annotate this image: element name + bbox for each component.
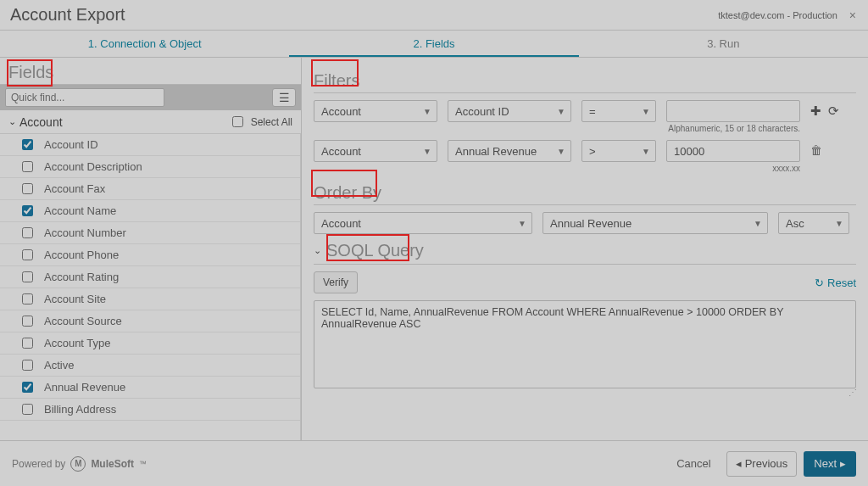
wizard-step-connection[interactable]: 1. Connection & Object: [0, 31, 289, 57]
field-checkbox[interactable]: [22, 271, 33, 282]
powered-by: Powered by M MuleSoft™: [12, 456, 147, 472]
wizard-step-fields[interactable]: 2. Fields: [289, 31, 578, 57]
field-row[interactable]: Account Fax: [0, 178, 300, 200]
footer: Powered by M MuleSoft™ Cancel ◂Previous …: [0, 440, 868, 486]
field-row[interactable]: Active: [0, 355, 300, 377]
field-row[interactable]: Account Phone: [0, 244, 300, 266]
field-label: Account Fax: [44, 182, 105, 195]
caret-down-icon: ▼: [642, 107, 650, 116]
fields-menu-icon[interactable]: ☰: [272, 88, 296, 107]
connection-context: tktest@dev.com - Production: [718, 10, 837, 20]
filter-row: Account▼Annual Revenue▼>▼xxxx.xx🗑: [314, 140, 856, 173]
filter-field-select[interactable]: Account ID▼: [448, 100, 571, 122]
field-label: Billing Address: [44, 403, 116, 416]
select-all-checkbox[interactable]: [232, 116, 243, 127]
caret-left-icon: ◂: [736, 457, 742, 470]
orderby-field-select[interactable]: Annual Revenue▼: [542, 212, 768, 234]
filter-value-hint: xxxx.xx: [666, 164, 800, 173]
field-row[interactable]: Account Source: [0, 310, 300, 332]
window-header: Account Export tktest@dev.com - Producti…: [0, 0, 868, 31]
field-row[interactable]: Account Number: [0, 222, 300, 244]
soql-section-title: SOQL Query: [326, 241, 424, 260]
filter-value-input[interactable]: [666, 140, 800, 162]
refresh-filter-icon[interactable]: ⟳: [828, 103, 839, 119]
caret-down-icon: ▼: [423, 107, 431, 116]
filter-operator-select[interactable]: >▼: [581, 140, 656, 162]
field-checkbox[interactable]: [22, 360, 33, 371]
field-checkbox[interactable]: [22, 139, 33, 150]
field-row[interactable]: Account Name: [0, 200, 300, 222]
field-label: Account Site: [44, 293, 106, 305]
field-group-header[interactable]: ⌄ Account Select All: [0, 110, 301, 134]
refresh-icon: ↻: [815, 277, 824, 289]
filter-operator-select[interactable]: =▼: [581, 100, 656, 122]
page-title: Account Export: [10, 5, 125, 25]
filter-field-select[interactable]: Annual Revenue▼: [448, 140, 571, 162]
cancel-button[interactable]: Cancel: [668, 452, 719, 475]
field-row[interactable]: Annual Revenue: [0, 377, 300, 399]
caret-down-icon: ▼: [557, 147, 565, 156]
field-checkbox[interactable]: [22, 338, 33, 349]
textarea-resize-grip[interactable]: ⋰: [314, 388, 856, 397]
field-label: Active: [44, 359, 74, 371]
filters-section-title: Filters: [314, 66, 856, 93]
caret-down-icon: ▼: [754, 219, 762, 228]
field-row[interactable]: Account ID: [0, 134, 300, 156]
filter-value-input[interactable]: [666, 100, 800, 122]
caret-right-icon: ▸: [840, 457, 846, 470]
orderby-row: Account▼ Annual Revenue▼ Asc▼: [314, 212, 856, 234]
field-row[interactable]: Account Type: [0, 332, 300, 355]
caret-down-icon: ▼: [423, 147, 431, 156]
wizard-step-run[interactable]: 3. Run: [579, 31, 868, 57]
field-checkbox[interactable]: [22, 205, 33, 216]
filter-row: Account▼Account ID▼=▼Alphanumeric, 15 or…: [314, 100, 856, 133]
field-label: Account ID: [44, 138, 98, 151]
field-label: Account Rating: [44, 271, 119, 283]
field-label: Account Description: [44, 160, 142, 173]
soql-query-textarea[interactable]: [314, 300, 856, 388]
quick-find-input[interactable]: [5, 88, 164, 107]
delete-filter-icon[interactable]: 🗑: [810, 140, 822, 157]
caret-down-icon: ▼: [835, 219, 843, 228]
field-checkbox[interactable]: [22, 249, 33, 260]
field-checkbox[interactable]: [22, 183, 33, 194]
field-row[interactable]: Billing Address: [0, 399, 300, 421]
filter-object-select[interactable]: Account▼: [314, 100, 437, 122]
chevron-down-icon: ⌄: [8, 116, 16, 127]
field-checkbox[interactable]: [22, 227, 33, 238]
select-all-label[interactable]: Select All: [229, 114, 292, 130]
orderby-section-title: Order By: [314, 178, 856, 205]
reset-link[interactable]: ↻ Reset: [815, 277, 856, 289]
verify-button[interactable]: Verify: [314, 271, 358, 293]
orderby-direction-select[interactable]: Asc▼: [778, 212, 849, 234]
add-filter-icon[interactable]: ✚: [810, 103, 821, 119]
brand-name: MuleSoft: [91, 458, 134, 470]
caret-down-icon: ▼: [518, 219, 526, 228]
field-checkbox[interactable]: [22, 316, 33, 327]
previous-button[interactable]: ◂Previous: [726, 451, 798, 477]
caret-down-icon: ▼: [557, 107, 565, 116]
field-row[interactable]: Account Rating: [0, 266, 300, 288]
wizard-steps: 1. Connection & Object 2. Fields 3. Run: [0, 31, 868, 58]
next-button[interactable]: Next▸: [804, 451, 856, 477]
fields-panel: Fields ☰ ⌄ Account Select All Account ID…: [0, 58, 302, 440]
field-list: Account IDAccount DescriptionAccount Fax…: [0, 134, 301, 440]
field-row[interactable]: Account Site: [0, 288, 300, 310]
field-label: Annual Revenue: [44, 381, 125, 394]
soql-section-header[interactable]: ⌄ SOQL Query: [314, 241, 856, 265]
fields-toolbar: ☰: [0, 85, 301, 110]
chevron-down-icon: ⌄: [314, 245, 321, 256]
filter-object-select[interactable]: Account▼: [314, 140, 437, 162]
field-checkbox[interactable]: [22, 404, 33, 415]
orderby-object-select[interactable]: Account▼: [314, 212, 532, 234]
close-icon[interactable]: ×: [849, 9, 856, 21]
field-label: Account Number: [44, 226, 126, 239]
field-checkbox[interactable]: [22, 382, 33, 393]
caret-down-icon: ▼: [642, 147, 650, 156]
field-label: Account Type: [44, 337, 111, 349]
field-row[interactable]: Account Description: [0, 156, 300, 178]
field-checkbox[interactable]: [22, 161, 33, 172]
mulesoft-logo-icon: M: [70, 456, 86, 472]
field-checkbox[interactable]: [22, 293, 33, 304]
field-group-name: Account: [19, 115, 63, 129]
